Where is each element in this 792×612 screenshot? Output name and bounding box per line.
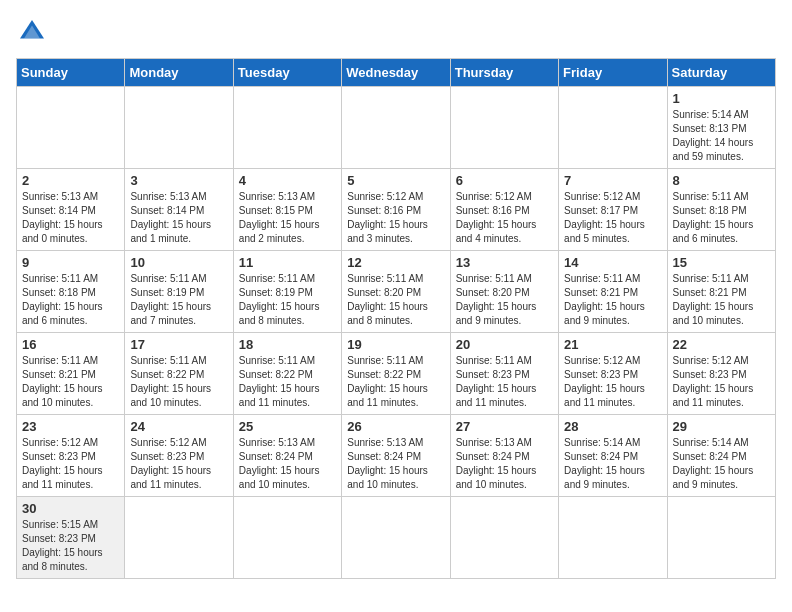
calendar-cell: 30Sunrise: 5:15 AM Sunset: 8:23 PM Dayli… — [17, 497, 125, 579]
day-info: Sunrise: 5:11 AM Sunset: 8:19 PM Dayligh… — [239, 272, 336, 328]
weekday-monday: Monday — [125, 59, 233, 87]
calendar-cell: 1Sunrise: 5:14 AM Sunset: 8:13 PM Daylig… — [667, 87, 775, 169]
calendar-cell: 9Sunrise: 5:11 AM Sunset: 8:18 PM Daylig… — [17, 251, 125, 333]
day-info: Sunrise: 5:11 AM Sunset: 8:21 PM Dayligh… — [673, 272, 770, 328]
calendar-cell: 6Sunrise: 5:12 AM Sunset: 8:16 PM Daylig… — [450, 169, 558, 251]
day-number: 6 — [456, 173, 553, 188]
calendar-cell: 7Sunrise: 5:12 AM Sunset: 8:17 PM Daylig… — [559, 169, 667, 251]
day-number: 7 — [564, 173, 661, 188]
day-info: Sunrise: 5:14 AM Sunset: 8:24 PM Dayligh… — [673, 436, 770, 492]
day-info: Sunrise: 5:12 AM Sunset: 8:16 PM Dayligh… — [347, 190, 444, 246]
day-info: Sunrise: 5:11 AM Sunset: 8:21 PM Dayligh… — [564, 272, 661, 328]
day-number: 20 — [456, 337, 553, 352]
week-row-3: 9Sunrise: 5:11 AM Sunset: 8:18 PM Daylig… — [17, 251, 776, 333]
day-info: Sunrise: 5:11 AM Sunset: 8:18 PM Dayligh… — [22, 272, 119, 328]
calendar-cell: 12Sunrise: 5:11 AM Sunset: 8:20 PM Dayli… — [342, 251, 450, 333]
week-row-2: 2Sunrise: 5:13 AM Sunset: 8:14 PM Daylig… — [17, 169, 776, 251]
day-info: Sunrise: 5:13 AM Sunset: 8:15 PM Dayligh… — [239, 190, 336, 246]
day-number: 14 — [564, 255, 661, 270]
day-number: 22 — [673, 337, 770, 352]
calendar-cell: 24Sunrise: 5:12 AM Sunset: 8:23 PM Dayli… — [125, 415, 233, 497]
calendar-cell: 26Sunrise: 5:13 AM Sunset: 8:24 PM Dayli… — [342, 415, 450, 497]
day-info: Sunrise: 5:11 AM Sunset: 8:18 PM Dayligh… — [673, 190, 770, 246]
day-number: 21 — [564, 337, 661, 352]
day-number: 11 — [239, 255, 336, 270]
calendar-cell: 18Sunrise: 5:11 AM Sunset: 8:22 PM Dayli… — [233, 333, 341, 415]
calendar-cell: 27Sunrise: 5:13 AM Sunset: 8:24 PM Dayli… — [450, 415, 558, 497]
day-number: 26 — [347, 419, 444, 434]
calendar-cell: 29Sunrise: 5:14 AM Sunset: 8:24 PM Dayli… — [667, 415, 775, 497]
day-number: 1 — [673, 91, 770, 106]
day-number: 16 — [22, 337, 119, 352]
day-info: Sunrise: 5:12 AM Sunset: 8:23 PM Dayligh… — [22, 436, 119, 492]
weekday-saturday: Saturday — [667, 59, 775, 87]
calendar-cell: 8Sunrise: 5:11 AM Sunset: 8:18 PM Daylig… — [667, 169, 775, 251]
day-number: 19 — [347, 337, 444, 352]
calendar-cell: 23Sunrise: 5:12 AM Sunset: 8:23 PM Dayli… — [17, 415, 125, 497]
day-number: 18 — [239, 337, 336, 352]
day-number: 17 — [130, 337, 227, 352]
weekday-wednesday: Wednesday — [342, 59, 450, 87]
day-number: 29 — [673, 419, 770, 434]
calendar-cell: 16Sunrise: 5:11 AM Sunset: 8:21 PM Dayli… — [17, 333, 125, 415]
calendar-cell: 14Sunrise: 5:11 AM Sunset: 8:21 PM Dayli… — [559, 251, 667, 333]
calendar-cell: 19Sunrise: 5:11 AM Sunset: 8:22 PM Dayli… — [342, 333, 450, 415]
calendar-cell — [125, 497, 233, 579]
day-number: 5 — [347, 173, 444, 188]
calendar-cell: 4Sunrise: 5:13 AM Sunset: 8:15 PM Daylig… — [233, 169, 341, 251]
calendar-cell: 15Sunrise: 5:11 AM Sunset: 8:21 PM Dayli… — [667, 251, 775, 333]
day-number: 13 — [456, 255, 553, 270]
day-info: Sunrise: 5:11 AM Sunset: 8:20 PM Dayligh… — [347, 272, 444, 328]
day-number: 27 — [456, 419, 553, 434]
day-number: 28 — [564, 419, 661, 434]
day-number: 25 — [239, 419, 336, 434]
calendar-table: SundayMondayTuesdayWednesdayThursdayFrid… — [16, 58, 776, 579]
day-info: Sunrise: 5:11 AM Sunset: 8:22 PM Dayligh… — [239, 354, 336, 410]
logo — [16, 16, 52, 48]
day-info: Sunrise: 5:13 AM Sunset: 8:24 PM Dayligh… — [456, 436, 553, 492]
calendar-cell: 10Sunrise: 5:11 AM Sunset: 8:19 PM Dayli… — [125, 251, 233, 333]
calendar-cell: 20Sunrise: 5:11 AM Sunset: 8:23 PM Dayli… — [450, 333, 558, 415]
day-number: 10 — [130, 255, 227, 270]
day-info: Sunrise: 5:13 AM Sunset: 8:14 PM Dayligh… — [22, 190, 119, 246]
calendar-cell: 25Sunrise: 5:13 AM Sunset: 8:24 PM Dayli… — [233, 415, 341, 497]
calendar-cell — [125, 87, 233, 169]
day-number: 8 — [673, 173, 770, 188]
calendar-cell — [342, 497, 450, 579]
day-info: Sunrise: 5:11 AM Sunset: 8:19 PM Dayligh… — [130, 272, 227, 328]
day-number: 4 — [239, 173, 336, 188]
calendar-cell: 11Sunrise: 5:11 AM Sunset: 8:19 PM Dayli… — [233, 251, 341, 333]
weekday-thursday: Thursday — [450, 59, 558, 87]
day-info: Sunrise: 5:13 AM Sunset: 8:14 PM Dayligh… — [130, 190, 227, 246]
day-info: Sunrise: 5:12 AM Sunset: 8:17 PM Dayligh… — [564, 190, 661, 246]
day-info: Sunrise: 5:14 AM Sunset: 8:24 PM Dayligh… — [564, 436, 661, 492]
day-number: 9 — [22, 255, 119, 270]
calendar-cell — [233, 87, 341, 169]
calendar-cell — [450, 497, 558, 579]
calendar-cell: 22Sunrise: 5:12 AM Sunset: 8:23 PM Dayli… — [667, 333, 775, 415]
week-row-6: 30Sunrise: 5:15 AM Sunset: 8:23 PM Dayli… — [17, 497, 776, 579]
calendar-cell: 3Sunrise: 5:13 AM Sunset: 8:14 PM Daylig… — [125, 169, 233, 251]
calendar-cell — [559, 497, 667, 579]
day-number: 15 — [673, 255, 770, 270]
calendar-cell: 5Sunrise: 5:12 AM Sunset: 8:16 PM Daylig… — [342, 169, 450, 251]
day-info: Sunrise: 5:11 AM Sunset: 8:21 PM Dayligh… — [22, 354, 119, 410]
day-info: Sunrise: 5:12 AM Sunset: 8:23 PM Dayligh… — [673, 354, 770, 410]
day-number: 23 — [22, 419, 119, 434]
weekday-tuesday: Tuesday — [233, 59, 341, 87]
day-number: 3 — [130, 173, 227, 188]
weekday-friday: Friday — [559, 59, 667, 87]
day-number: 12 — [347, 255, 444, 270]
day-info: Sunrise: 5:11 AM Sunset: 8:23 PM Dayligh… — [456, 354, 553, 410]
day-info: Sunrise: 5:14 AM Sunset: 8:13 PM Dayligh… — [673, 108, 770, 164]
day-info: Sunrise: 5:12 AM Sunset: 8:16 PM Dayligh… — [456, 190, 553, 246]
calendar-cell — [17, 87, 125, 169]
logo-icon — [16, 16, 48, 48]
day-info: Sunrise: 5:12 AM Sunset: 8:23 PM Dayligh… — [564, 354, 661, 410]
day-number: 30 — [22, 501, 119, 516]
calendar-cell — [450, 87, 558, 169]
calendar-cell — [342, 87, 450, 169]
week-row-5: 23Sunrise: 5:12 AM Sunset: 8:23 PM Dayli… — [17, 415, 776, 497]
calendar-cell — [559, 87, 667, 169]
day-info: Sunrise: 5:15 AM Sunset: 8:23 PM Dayligh… — [22, 518, 119, 574]
